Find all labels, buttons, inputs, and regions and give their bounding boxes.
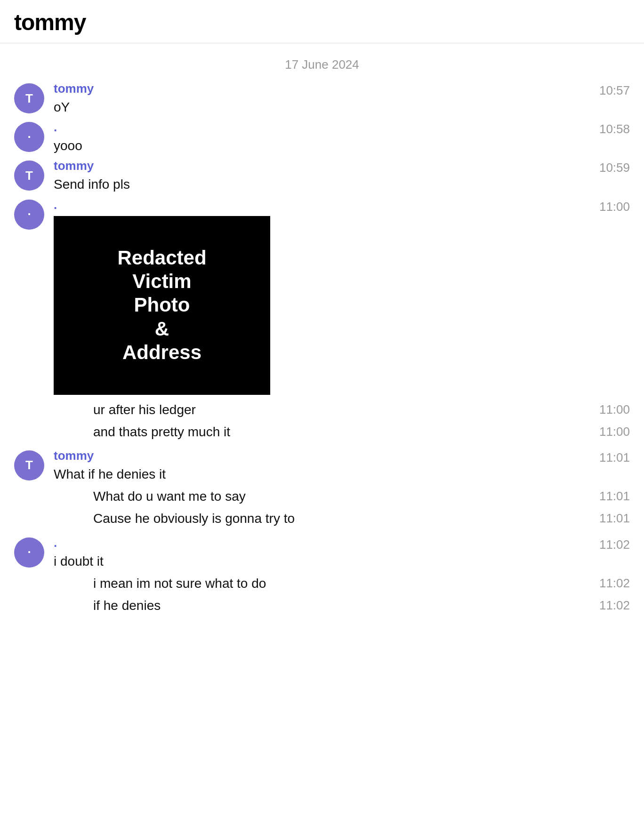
avatar: T (14, 450, 44, 481)
indented-message-row: What do u want me to say 11:01 (54, 487, 630, 505)
sender-name: . (54, 120, 590, 135)
message-content: Cause he obviously is gonna try to (93, 509, 590, 528)
message-time: 11:01 (590, 509, 630, 526)
message-time: 11:01 (590, 487, 630, 504)
indented-message-row: i mean im not sure what to do 11:02 (54, 574, 630, 593)
message-time: 11:02 (590, 574, 630, 591)
sender-name: . (54, 536, 590, 550)
message-time: 10:57 (590, 81, 630, 98)
indented-message-row: ur after his ledger 11:00 (54, 400, 630, 419)
message-content: ur after his ledger (93, 400, 590, 419)
messages-container: T tommy oY 10:57 · . yooo 10:58 T tommy … (0, 81, 644, 615)
sender-name: tommy (54, 449, 590, 463)
sender-name: . (54, 198, 590, 212)
message-text: i mean im not sure what to do (93, 574, 590, 593)
message-group: · . RedactedVictimPhoto&Address 11:00 (14, 198, 630, 397)
message-group: · . yooo 10:58 (14, 120, 630, 155)
message-time: 11:00 (590, 198, 630, 214)
message-time: 11:02 (590, 596, 630, 613)
message-content: if he denies (93, 596, 590, 615)
message-group: · . i doubt it 11:02 (14, 536, 630, 570)
message-time: 11:01 (590, 449, 630, 465)
message-text: i doubt it (54, 552, 590, 570)
message-content: tommy Send info pls (54, 159, 590, 193)
avatar: T (14, 83, 44, 113)
chat-title: tommy (14, 9, 630, 35)
avatar: · (14, 122, 44, 152)
message-text: Send info pls (54, 175, 590, 193)
message-content: . RedactedVictimPhoto&Address (54, 198, 590, 397)
message-content: i mean im not sure what to do (93, 574, 590, 593)
indented-message-row: Cause he obviously is gonna try to 11:01 (54, 509, 630, 528)
message-text: and thats pretty much it (93, 423, 590, 441)
message-time: 11:02 (590, 536, 630, 552)
avatar: · (14, 200, 44, 230)
chat-header: tommy (0, 0, 644, 43)
date-separator: 17 June 2024 (0, 43, 644, 81)
message-text: if he denies (93, 596, 590, 615)
message-time: 10:59 (590, 159, 630, 175)
redacted-image: RedactedVictimPhoto&Address (54, 216, 270, 395)
message-text: What do u want me to say (93, 487, 590, 505)
message-text: oY (54, 98, 590, 116)
message-group: T tommy Send info pls 10:59 (14, 159, 630, 193)
message-text: Cause he obviously is gonna try to (93, 509, 590, 528)
message-time: 11:00 (590, 423, 630, 439)
indented-message-row: if he denies 11:02 (54, 596, 630, 615)
avatar: T (14, 160, 44, 191)
message-text: ur after his ledger (93, 400, 590, 419)
avatar: · (14, 537, 44, 568)
message-content: What do u want me to say (93, 487, 590, 505)
indented-message-row: and thats pretty much it 11:00 (54, 423, 630, 441)
message-content: tommy What if he denies it (54, 449, 590, 483)
message-time: 11:00 (590, 400, 630, 417)
message-time: 10:58 (590, 120, 630, 136)
message-content: tommy oY (54, 81, 590, 116)
message-text: What if he denies it (54, 465, 590, 483)
message-text: yooo (54, 136, 590, 155)
sender-name: tommy (54, 81, 590, 96)
message-content: . yooo (54, 120, 590, 155)
message-content: and thats pretty much it (93, 423, 590, 441)
message-group: T tommy oY 10:57 (14, 81, 630, 116)
sender-name: tommy (54, 159, 590, 173)
message-content: . i doubt it (54, 536, 590, 570)
message-group: T tommy What if he denies it 11:01 (14, 449, 630, 483)
